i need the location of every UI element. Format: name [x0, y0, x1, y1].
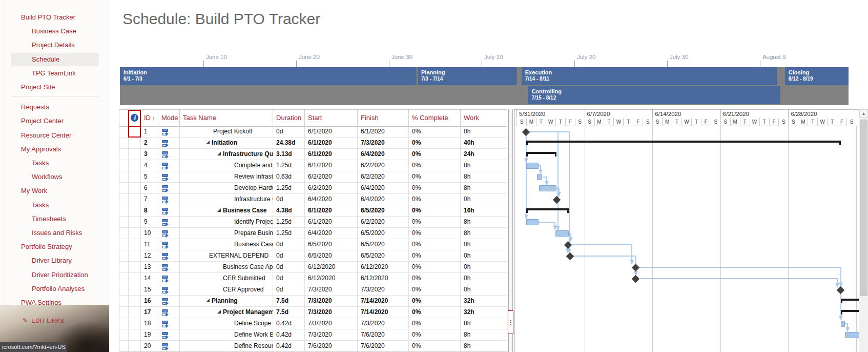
id-cell[interactable]: 13	[141, 262, 158, 272]
pct-complete-cell[interactable]: 0%	[409, 205, 461, 216]
mode-cell[interactable]	[158, 217, 180, 227]
task-bar-task-10[interactable]	[555, 230, 569, 237]
start-cell[interactable]: 6/12/2020	[305, 262, 358, 272]
pct-complete-cell[interactable]: 0%	[409, 183, 461, 193]
collapse-triangle-icon[interactable]	[206, 299, 210, 302]
finish-cell[interactable]: 7/6/2020	[358, 329, 409, 340]
work-cell[interactable]: 8h	[461, 341, 507, 351]
finish-cell[interactable]: 7/14/2020	[358, 296, 409, 306]
finish-cell[interactable]: 7/3/2020	[358, 138, 409, 148]
duration-cell[interactable]: 7.5d	[273, 307, 305, 318]
pct-complete-cell[interactable]: 0%	[409, 217, 461, 227]
mode-cell[interactable]	[158, 239, 180, 250]
scrollbar-thumb[interactable]	[860, 120, 867, 296]
start-cell[interactable]: 7/6/2020	[305, 341, 358, 351]
start-cell[interactable]: 7/3/2020	[305, 284, 358, 295]
info-cell[interactable]	[129, 160, 141, 171]
row-selector-cell[interactable]	[119, 284, 129, 295]
pct-complete-cell[interactable]: 0%	[409, 138, 461, 148]
finish-column-header[interactable]: Finish	[358, 110, 409, 126]
mode-cell[interactable]	[158, 296, 180, 306]
start-cell[interactable]: 6/4/2020	[305, 228, 358, 239]
id-cell[interactable]: 12	[141, 250, 158, 261]
timeline-phase-planning[interactable]: Planning7/3 - 7/14	[418, 67, 517, 85]
task-name-cell[interactable]: Define Resource	[180, 341, 273, 351]
row-selector-cell[interactable]	[119, 329, 129, 340]
row-selector-cell[interactable]	[119, 228, 129, 239]
duration-cell[interactable]: 1.25d	[273, 160, 305, 171]
pct-complete-cell[interactable]: 0%	[409, 329, 461, 340]
info-cell[interactable]	[129, 138, 141, 148]
pct-complete-cell[interactable]: 0%	[409, 171, 461, 182]
pct-complete-column-header[interactable]: % Complete	[409, 110, 461, 126]
row-selector-cell[interactable]	[119, 194, 129, 205]
task-name-cell[interactable]: Develop Hardwa	[180, 183, 273, 193]
mode-cell[interactable]	[158, 205, 180, 216]
work-cell[interactable]: 8h	[461, 318, 507, 329]
collapse-triangle-icon[interactable]	[217, 152, 221, 155]
summary-bar-task-8[interactable]	[526, 208, 569, 210]
pct-complete-cell[interactable]: 0%	[409, 296, 461, 306]
task-name-cell[interactable]: Project Kickoff	[180, 126, 273, 137]
info-column-header[interactable]: i	[129, 110, 141, 126]
task-bar-task-6[interactable]	[539, 185, 557, 191]
milestone-diamond-task-7[interactable]	[552, 195, 561, 204]
mode-cell[interactable]	[158, 329, 180, 340]
finish-cell[interactable]: 6/5/2020	[358, 239, 409, 250]
milestone-diamond-task-12[interactable]	[566, 252, 574, 260]
start-cell[interactable]: 6/2/2020	[305, 171, 358, 182]
info-cell[interactable]	[129, 126, 141, 137]
work-cell[interactable]: 24h	[461, 149, 507, 160]
task-bar-task-19[interactable]	[845, 332, 859, 338]
task-name-cell[interactable]: Prepare Busines	[180, 228, 273, 239]
row-selector-cell[interactable]	[119, 205, 129, 216]
finish-cell[interactable]: 6/5/2020	[358, 205, 409, 216]
work-cell[interactable]: 40h	[461, 138, 507, 148]
timeline-phase-initiation[interactable]: Initiation6/1 - 7/3	[120, 67, 417, 85]
finish-cell[interactable]: 6/1/2020	[358, 126, 409, 137]
start-cell[interactable]: 6/12/2020	[305, 273, 358, 284]
mode-cell[interactable]	[158, 318, 180, 329]
milestone-diamond-task-14[interactable]	[632, 275, 640, 283]
duration-cell[interactable]: 4.38d	[273, 205, 305, 216]
row-selector-cell[interactable]	[119, 160, 129, 171]
finish-cell[interactable]: 7/6/2020	[358, 341, 409, 351]
duration-cell[interactable]: 0d	[273, 250, 305, 261]
pct-complete-cell[interactable]: 0%	[409, 250, 461, 261]
id-cell[interactable]: 2	[141, 138, 158, 148]
pct-complete-cell[interactable]: 0%	[409, 307, 461, 318]
row-selector-cell[interactable]	[119, 183, 129, 193]
mode-cell[interactable]	[158, 126, 180, 137]
pct-complete-cell[interactable]: 0%	[409, 341, 461, 351]
sidebar-item-schedule[interactable]: Schedule	[32, 55, 59, 63]
task-name-cell[interactable]: CER Submitted	[180, 273, 273, 284]
finish-cell[interactable]: 6/2/2020	[358, 171, 409, 182]
info-cell[interactable]	[129, 205, 141, 216]
info-cell[interactable]	[129, 273, 141, 284]
start-cell[interactable]: 7/3/2020	[305, 329, 358, 340]
task-name-cell[interactable]: Define Work Bre	[180, 329, 273, 340]
finish-cell[interactable]: 6/4/2020	[358, 149, 409, 160]
finish-cell[interactable]: 6/5/2020	[358, 250, 409, 261]
task-name-cell[interactable]: Complete and S	[180, 160, 273, 171]
id-cell[interactable]: 4	[141, 160, 158, 171]
duration-cell[interactable]: 1.25d	[273, 183, 305, 193]
sidebar-item-driver-library[interactable]: Driver Library	[32, 257, 72, 264]
edit-links-button[interactable]: ✎EDIT LINKS	[23, 317, 64, 324]
pct-complete-cell[interactable]: 0%	[409, 239, 461, 250]
id-cell[interactable]: 20	[141, 341, 158, 351]
duration-cell[interactable]: 1.25d	[273, 228, 305, 239]
task-bar-task-5[interactable]	[537, 174, 542, 180]
task-name-cell[interactable]: Business Case	[180, 205, 273, 216]
work-cell[interactable]: 32h	[461, 307, 507, 318]
task-name-cell[interactable]: Business Case C	[180, 239, 273, 250]
mode-cell[interactable]	[158, 307, 180, 318]
finish-cell[interactable]: 6/4/2020	[358, 183, 409, 193]
duration-cell[interactable]: 0.42d	[273, 329, 305, 340]
duration-column-header[interactable]: Duration	[273, 110, 305, 126]
start-cell[interactable]: 6/1/2020	[305, 160, 358, 171]
finish-cell[interactable]: 6/5/2020	[358, 228, 409, 239]
finish-cell[interactable]: 6/12/2020	[358, 262, 409, 272]
sidebar-item-driver-prioritization[interactable]: Driver Prioritization	[32, 271, 88, 279]
vertical-scrollbar[interactable]: ▲	[859, 109, 868, 352]
